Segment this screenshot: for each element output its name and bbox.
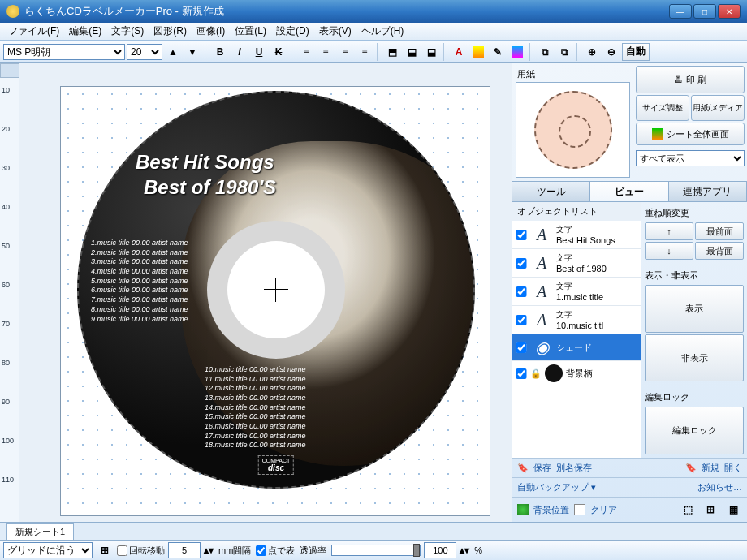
order-back-button[interactable]: 最背面 <box>695 242 744 260</box>
order-up-button[interactable]: ↑ <box>645 222 693 240</box>
menu-file[interactable]: ファイル(F) <box>3 23 64 40</box>
object-visible-check[interactable] <box>516 258 527 269</box>
hide-button[interactable]: 非表示 <box>645 334 744 382</box>
save-link[interactable]: 保存 <box>533 462 551 474</box>
menu-shape[interactable]: 図形(R) <box>149 23 192 40</box>
font-size-down[interactable]: ▼ <box>184 43 201 61</box>
mm-step-spinner[interactable]: ▴▾ <box>204 541 214 559</box>
bold-button[interactable]: B <box>211 43 229 61</box>
cd-tracks-left[interactable]: 1.music title 00.00 artist name2.music t… <box>91 239 188 324</box>
panel-actions-row3: 背景位置 クリア ⬚ ⊞ ▦ <box>512 497 747 522</box>
strike-button[interactable]: K <box>270 43 287 61</box>
object-item-bg[interactable]: 🔒 背景柄 <box>512 361 641 386</box>
notice-link[interactable]: お知らせ… <box>697 481 742 493</box>
compact-disc-logo[interactable]: COMPACT disc <box>258 455 294 475</box>
cd-center-cross <box>264 278 288 302</box>
menu-position[interactable]: 位置(L) <box>230 23 271 40</box>
opacity-spinner[interactable]: ▴▾ <box>460 541 469 559</box>
align-justify-button[interactable]: ≡ <box>356 43 374 61</box>
show-all-select[interactable]: すべて表示 <box>636 150 745 166</box>
zoom-auto-button[interactable]: 自動 <box>622 43 650 61</box>
line-color-button[interactable]: ✎ <box>489 43 507 61</box>
maximize-button[interactable]: □ <box>693 4 716 19</box>
mm-step-input[interactable] <box>168 542 201 558</box>
clear-link[interactable]: クリア <box>590 504 617 516</box>
object-visible-check[interactable] <box>516 315 527 325</box>
opacity-slider[interactable] <box>331 545 421 556</box>
tab-view[interactable]: ビュー <box>590 182 668 201</box>
italic-button[interactable]: I <box>231 43 248 61</box>
panel-btn-3[interactable]: ▦ <box>724 501 742 519</box>
paper-preview[interactable] <box>516 82 630 178</box>
menu-text[interactable]: 文字(S) <box>106 23 149 40</box>
dot-display-check[interactable]: 点で表 <box>256 545 295 557</box>
copy-button[interactable]: ⧉ <box>536 43 554 61</box>
menu-view[interactable]: 表示(V) <box>314 23 356 40</box>
zoom-in-button[interactable]: ⊕ <box>583 43 601 61</box>
menu-edit[interactable]: 編集(E) <box>64 23 106 40</box>
object-item[interactable]: A 文字10.music titl <box>512 306 641 334</box>
paste-button[interactable]: ⧉ <box>555 43 573 61</box>
highlight-button[interactable] <box>469 43 487 61</box>
order-front-button[interactable]: 最前面 <box>695 222 744 240</box>
sheet-full-button[interactable]: シート全体画面 <box>636 123 745 145</box>
object-visible-check[interactable] <box>516 230 527 240</box>
size-adjust-button[interactable]: サイズ調整 <box>636 95 689 121</box>
object-visible-check[interactable] <box>516 286 527 297</box>
menu-help[interactable]: ヘルプ(H) <box>356 23 409 40</box>
cd-label[interactable]: Best Hit Songs Best of 1980'S 1.music ti… <box>77 91 475 489</box>
object-item[interactable]: A 文字1.music title <box>512 278 641 306</box>
tab-link-app[interactable]: 連携アプリ <box>669 182 747 201</box>
sheet-tab-1[interactable]: 新規シート1 <box>6 523 74 540</box>
font-size-select[interactable]: 20 <box>127 44 162 60</box>
order-label: 重ね順変更 <box>645 205 744 221</box>
align-right-button[interactable]: ≡ <box>336 43 354 61</box>
cd-title-text[interactable]: Best Hit Songs Best of 1980'S <box>136 149 276 200</box>
cd-tracks-bottom[interactable]: 10.music title 00.00 artist name11.music… <box>205 365 306 450</box>
object-item[interactable]: A 文字Best Hit Songs <box>512 221 641 249</box>
panel-btn-1[interactable]: ⬚ <box>679 501 697 519</box>
text-color-button[interactable]: A <box>450 43 468 61</box>
print-button[interactable]: 🖶 印 刷 <box>636 66 745 93</box>
object-visible-check[interactable] <box>516 342 527 353</box>
paper-media-button[interactable]: 用紙/メディア <box>691 95 745 121</box>
lock-button[interactable]: 編集ロック <box>645 407 744 454</box>
order-down-button[interactable]: ↓ <box>645 242 693 260</box>
object-item-shade[interactable]: ◉ シェード <box>512 334 641 361</box>
fill-color-button[interactable] <box>508 43 526 61</box>
show-button[interactable]: 表示 <box>645 285 744 333</box>
valign-middle-button[interactable]: ⬓ <box>403 43 421 61</box>
minimize-button[interactable]: — <box>669 4 692 19</box>
auto-backup-link[interactable]: 自動バックアップ ▾ <box>517 481 596 493</box>
tag-icon-2: 🔖 <box>685 463 697 473</box>
align-center-button[interactable]: ≡ <box>317 43 335 61</box>
valign-top-button[interactable]: ⬒ <box>383 43 401 61</box>
open-link[interactable]: 開く <box>724 462 742 474</box>
percent-label: % <box>473 545 484 555</box>
close-button[interactable]: ✕ <box>718 4 741 19</box>
toolbar: MS P明朝 20 ▲ ▼ B I U K ≡ ≡ ≡ ≡ ⬒ ⬓ ⬓ A ✎ … <box>0 41 747 63</box>
zoom-out-button[interactable]: ⊖ <box>602 43 620 61</box>
snap-select[interactable]: グリッドに沿う <box>3 542 93 558</box>
valign-bottom-button[interactable]: ⬓ <box>422 43 440 61</box>
menu-image[interactable]: 画像(I) <box>192 23 230 40</box>
canvas[interactable]: Best Hit Songs Best of 1980'S 1.music ti… <box>19 78 512 522</box>
save-as-link[interactable]: 別名保存 <box>556 462 592 474</box>
object-visible-check[interactable] <box>516 368 527 379</box>
bg-icon <box>517 504 529 515</box>
tab-tool[interactable]: ツール <box>512 182 590 201</box>
underline-button[interactable]: U <box>250 43 268 61</box>
grid-snap-icon[interactable]: ⊞ <box>96 541 114 559</box>
ruler-vertical: 102030405060708090100110 <box>0 78 19 522</box>
panel-btn-2[interactable]: ⊞ <box>702 501 719 519</box>
align-left-button[interactable]: ≡ <box>297 43 315 61</box>
object-item[interactable]: A 文字Best of 1980 <box>512 249 641 278</box>
canvas-area: 102030405060708090100110 102030405060708… <box>0 63 512 522</box>
opacity-value[interactable] <box>424 542 456 558</box>
new-link[interactable]: 新規 <box>702 462 719 474</box>
menu-settings[interactable]: 設定(D) <box>271 23 314 40</box>
font-select[interactable]: MS P明朝 <box>3 44 125 60</box>
rotate-move-check[interactable]: 回転移動 <box>117 545 165 557</box>
bg-position-link[interactable]: 背景位置 <box>533 504 569 516</box>
font-size-up[interactable]: ▲ <box>164 43 182 61</box>
